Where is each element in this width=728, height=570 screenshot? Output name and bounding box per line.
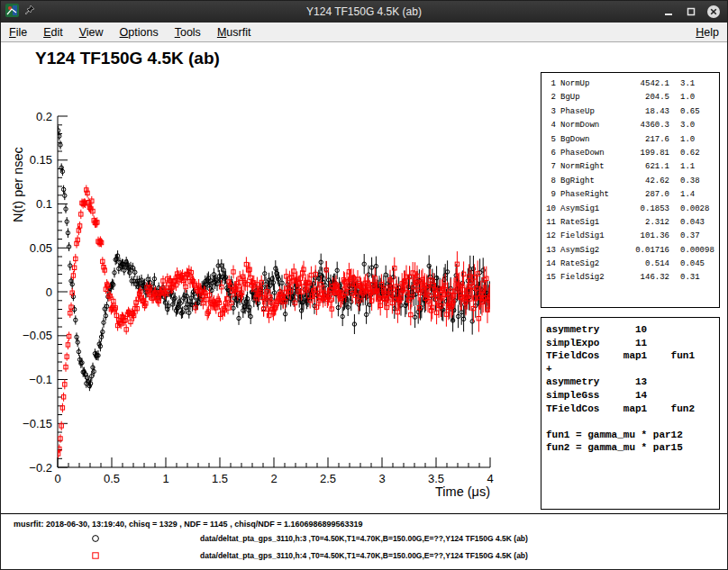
menu-item-view[interactable]: View [71,24,112,41]
param-row: 1NormUp4542.13.1 [541,77,719,91]
pin-icon[interactable] [24,4,35,20]
param-row: 8BgRight42.620.38 [541,175,719,188]
y-tick-label: 0 [46,285,52,299]
menu-item-musrfit[interactable]: Musrfit [209,24,259,41]
close-button[interactable] [706,5,721,19]
plot[interactable]: 00.511.522.533.54−0.2−0.15−0.1−0.0500.05… [1,42,541,513]
param-row: 7NormRight621.11.1 [541,160,719,174]
fit-stats: musrfit: 2018-06-30, 13:19:40, chisq = 1… [14,520,362,529]
menu-item-tools[interactable]: Tools [167,24,209,41]
x-tick-label: 0 [54,472,60,485]
menu-item-help[interactable]: Help [687,24,727,41]
fit-parameters-pave[interactable]: 1NormUp4542.13.12BgUp204.51.03PhaseUp18.… [541,72,720,308]
title-bar[interactable]: Y124 TF150G 4.5K (ab) [1,1,727,23]
param-row: 5BgDown217.61.0 [541,133,719,147]
footer: musrfit: 2018-06-30, 13:19:40, chisq = 1… [1,513,727,569]
legend-row: data/deltat_pta_gps_3110,h:3 ,T0=4.50K,T… [1,534,727,545]
menu-item-file[interactable]: File [1,24,35,41]
minimize-button[interactable] [661,5,676,19]
menu-bar-right: Help [687,24,727,41]
y-tick-label: −0.2 [29,461,52,475]
param-row: 15FieldSig2146.320.31 [541,271,719,285]
x-tick-label: 3 [378,472,385,485]
param-row: 12FieldSig1101.360.37 [541,230,719,243]
fit-parameters-list: 1NormUp4542.13.12BgUp204.51.03PhaseUp18.… [541,77,719,285]
menu-bar: FileEditViewOptionsToolsMusrfit Help [1,23,727,42]
application-window: Y124 TF150G 4.5K (ab) FileEditViewOption… [0,0,728,570]
legend-label: data/deltat_pta_gps_3110,h:3 ,T0=4.50K,T… [200,534,528,543]
x-axis-title: Time (μs) [435,484,490,499]
menu-item-edit[interactable]: Edit [35,24,71,41]
param-row: 11RateSig12.3120.043 [541,216,719,230]
y-tick-label: 0.2 [36,110,52,123]
param-row: 6PhaseDown199.810.62 [541,147,719,160]
param-row: 3PhaseUp18.430.65 [541,105,719,119]
legend-marker-circle-icon [91,534,100,545]
x-tick-label: 3.5 [428,472,444,485]
y-tick-label: −0.05 [23,329,52,342]
y-tick-label: 0.15 [30,153,52,167]
x-tick-label: 2.5 [320,472,336,485]
y-axis-title: N(t) per nsec [11,147,25,222]
x-tick-label: 4 [487,472,493,485]
theory-pave[interactable]: asymmetry 10 simplExpo 11 TFieldCos map1… [541,317,720,510]
root-canvas[interactable]: Y124 TF150G 4.5K (ab) 00.511.522.533.54−… [1,42,727,569]
legend-label: data/deltat_pta_gps_3110,h:4 ,T0=4.50K,T… [200,551,528,560]
legend-marker-square-icon [91,551,100,562]
window-title: Y124 TF150G 4.5K (ab) [1,5,727,18]
param-row: 14RateSig20.5140.045 [541,258,719,271]
y-tick-label: −0.15 [23,417,52,430]
maximize-button[interactable] [684,5,698,19]
x-tick-label: 1 [162,472,168,485]
param-row: 13AsymSig20.017160.00098 [541,244,719,258]
app-icon [5,4,19,21]
theory-text: asymmetry 10 simplExpo 11 TFieldCos map1… [541,318,719,455]
x-tick-label: 2 [270,472,277,485]
x-tick-label: 1.5 [212,472,228,485]
menu-item-options[interactable]: Options [112,24,167,41]
legend-row: data/deltat_pta_gps_3110,h:4 ,T0=4.50K,T… [1,551,727,562]
param-row: 4NormDown4360.33.0 [541,119,719,132]
param-row: 9PhaseRight287.01.4 [541,188,719,202]
y-tick-label: −0.1 [29,373,52,386]
y-tick-label: 0.05 [30,241,52,255]
param-row: 10AsymSig10.18530.0028 [541,203,719,216]
x-tick-label: 0.5 [104,472,120,485]
y-tick-label: 0.1 [36,197,52,211]
menu-bar-left: FileEditViewOptionsToolsMusrfit [1,24,259,41]
param-row: 2BgUp204.51.0 [541,91,719,104]
